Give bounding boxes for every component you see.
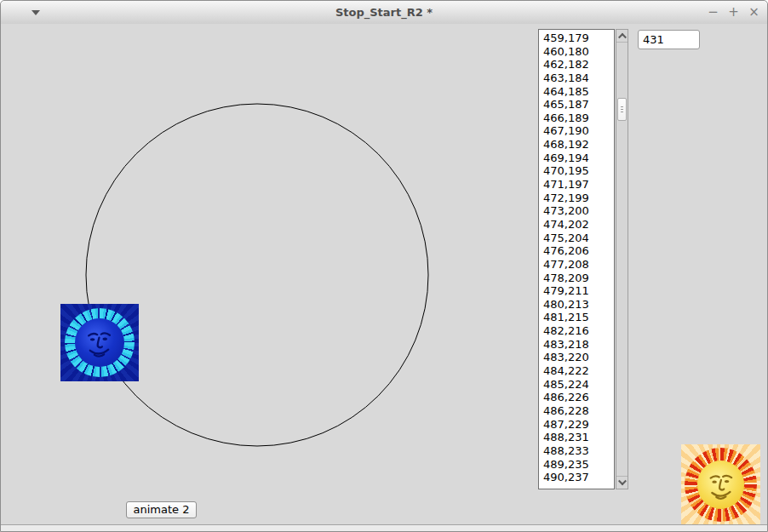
list-item[interactable]: 483,220 [539, 351, 614, 364]
canvas-circle-layer [1, 24, 767, 525]
title-bar: Stop_Start_R2 * − + × [1, 1, 767, 25]
coordinates-listbox[interactable]: 459,179460,180462,182463,184464,185465,1… [538, 29, 615, 489]
list-item[interactable]: 472,199 [539, 192, 614, 205]
list-item[interactable]: 470,195 [539, 164, 614, 178]
list-item[interactable]: 476,206 [539, 244, 614, 258]
list-item[interactable]: 487,229 [539, 418, 614, 432]
list-item[interactable]: 490,237 [539, 471, 614, 484]
window-bottom-border [1, 524, 767, 531]
list-item[interactable]: 473,200 [539, 204, 614, 218]
window-title: Stop_Start_R2 * [1, 1, 767, 24]
list-item[interactable]: 468,192 [539, 138, 614, 152]
listbox-scrollbar[interactable] [616, 29, 628, 489]
list-item[interactable]: 459,179 [539, 31, 614, 45]
list-item[interactable]: 466,189 [539, 112, 614, 125]
list-item[interactable]: 477,208 [539, 258, 614, 272]
minimize-button[interactable]: − [707, 1, 719, 24]
scroll-down-icon[interactable] [616, 476, 628, 489]
list-item[interactable]: 486,228 [539, 404, 614, 418]
list-item[interactable]: 482,216 [539, 324, 614, 338]
list-item[interactable]: 464,185 [539, 85, 614, 99]
list-item[interactable]: 480,213 [539, 298, 614, 312]
blue-sun-face-icon [75, 318, 123, 366]
close-button[interactable]: × [748, 1, 760, 24]
animate-button[interactable]: animate 2 [126, 501, 197, 518]
list-item[interactable]: 478,209 [539, 272, 614, 285]
list-item[interactable]: 465,187 [539, 98, 614, 112]
list-item[interactable]: 488,231 [539, 431, 614, 444]
list-item[interactable]: 479,211 [539, 284, 614, 298]
orange-sun-face-icon [697, 460, 745, 509]
list-item[interactable]: 488,233 [539, 444, 614, 458]
list-item[interactable]: 489,235 [539, 458, 614, 472]
list-item[interactable]: 467,190 [539, 124, 614, 138]
list-item[interactable]: 460,180 [539, 45, 614, 59]
list-item[interactable]: 469,194 [539, 152, 614, 165]
window-controls: − + × [707, 1, 760, 24]
list-item[interactable]: 462,182 [539, 58, 614, 72]
drawing-canvas: 459,179460,180462,182463,184464,185465,1… [1, 24, 767, 525]
list-item[interactable]: 484,222 [539, 364, 614, 378]
list-item[interactable]: 474,202 [539, 218, 614, 232]
list-item[interactable]: 486,226 [539, 391, 614, 404]
list-item[interactable]: 485,224 [539, 378, 614, 392]
list-item[interactable]: 471,197 [539, 178, 614, 192]
scrollbar-thumb[interactable] [617, 98, 627, 121]
app-window: Stop_Start_R2 * − + × [0, 0, 768, 532]
maximize-button[interactable]: + [727, 1, 740, 24]
list-item[interactable]: 475,204 [539, 232, 614, 245]
list-item[interactable]: 483,218 [539, 338, 614, 352]
orange-sun-image [681, 444, 760, 525]
value-entry[interactable] [638, 30, 700, 49]
scroll-up-icon[interactable] [616, 30, 628, 43]
list-item[interactable]: 481,215 [539, 311, 614, 324]
orbit-circle [86, 104, 428, 446]
list-item[interactable]: 463,184 [539, 72, 614, 85]
blue-sun-image [60, 304, 139, 381]
